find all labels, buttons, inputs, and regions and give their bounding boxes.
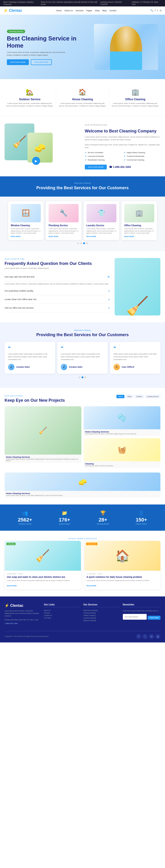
project-item-0: 🧹 Home Cleaning Services Lorem ipsum dol… [5, 406, 81, 470]
top-bar: Best Cleaning Company Industry Forecast … [0, 0, 165, 6]
plumbing-read-more[interactable]: READ MORE [49, 236, 79, 237]
about-list-col2: ✔ Highly Rated Cleaning ✔ Trusted Profes… [124, 151, 160, 162]
project-label-2: Cleaning Lorem ipsum dolor sit amet cons… [84, 461, 160, 468]
nav-pages[interactable]: Pages [86, 9, 92, 12]
card-office-cleaning: 🏢 Office Cleaning Lorem ipsum dolor sit … [121, 201, 157, 240]
testi-dot-2[interactable] [82, 376, 83, 378]
office-cleaning-read-more[interactable]: READ MORE [124, 236, 154, 237]
footer-facebook[interactable]: f [136, 634, 141, 639]
quote-icon-2: ❝ [114, 345, 157, 351]
play-button[interactable]: ▶ [32, 157, 40, 165]
projects-right: 🫧 Home Cleaning Services Lorem ipsum dol… [84, 406, 160, 468]
quote-icon-0: ❝ [8, 345, 51, 351]
blog-img-1: 🏠 House Care [84, 541, 161, 571]
footer-link-2[interactable]: Contact Us [44, 615, 52, 616]
about-desc1: Lorem ipsum dolor sit amet, consectetur … [85, 136, 160, 141]
faq-toggle-2[interactable]: + [108, 298, 110, 301]
nav-services[interactable]: Services [76, 9, 84, 12]
faq-sub: Lorem ipsum dolor sit amet, consectetur … [5, 267, 110, 269]
house-title: House Cleaning [58, 98, 106, 101]
newsletter-email-input[interactable] [123, 614, 147, 620]
top-bar-middle: How To Us | Our Service operations and a… [41, 1, 100, 5]
facebook-icon[interactable]: f [155, 9, 156, 12]
faq-item-3: Visit our office and see services. + [5, 304, 110, 312]
filter-outdoor[interactable]: Outdoor [134, 395, 144, 398]
project-item-2: 🧺 Cleaning Lorem ipsum dolor sit amet co… [84, 438, 160, 468]
hero-image [94, 24, 158, 70]
nav-blog[interactable]: Blog [102, 9, 107, 12]
faq-tag: Our Clients FAQ [5, 258, 110, 260]
footer-link-1[interactable]: Services [44, 612, 50, 614]
footer-instagram[interactable]: ig [155, 634, 160, 639]
blog-cards: 🧹 Cleaning 8 Years 2024 3 mins Use soap … [5, 541, 160, 590]
filter-laundry[interactable]: Laundry Service [145, 395, 160, 398]
window-read-more[interactable]: READ MORE [11, 236, 41, 237]
office-cleaning-img: 🏢 [124, 204, 154, 222]
footer-social: f t in ig [136, 634, 160, 639]
footer-twitter[interactable]: t [142, 634, 148, 639]
about-desc2: Nulla consequat massa quis enim. Donec p… [85, 144, 160, 149]
footer-service-4[interactable]: Window Cleaning [83, 620, 96, 621]
nav-contact[interactable]: Contact [109, 9, 116, 12]
blog-date-1: 27 Jun 2024 [87, 573, 95, 575]
our-services-button[interactable]: OUR SERVICES [31, 59, 52, 65]
project-img-3: 🧽 [5, 472, 160, 491]
check-icon-1: ✔ [85, 151, 87, 154]
dot-1[interactable] [77, 242, 79, 244]
logo[interactable]: ⚡ Clentac [3, 8, 22, 13]
nav-about[interactable]: About Us [65, 9, 73, 12]
footer-newsletter-desc: Subscribe to get all latest news and off… [123, 610, 160, 612]
footer-service-2[interactable]: Garden Cleaning [83, 615, 95, 616]
testimonial-1: ❝ Lorem ipsum dolor amet water consectet… [57, 342, 108, 374]
check-icon-6: ✔ [124, 159, 126, 161]
testimonial-0: ❝ Lorem ipsum dolor amet water consectet… [5, 342, 55, 374]
dot-3[interactable] [83, 242, 85, 244]
house-icon: 🏠 [58, 88, 106, 96]
blog-readmore-0[interactable]: READ MORE [7, 585, 17, 587]
faq-toggle-0[interactable]: ✕ [107, 275, 110, 279]
filter-home[interactable]: Home [116, 395, 124, 398]
awards-label: Winning Award [97, 523, 109, 525]
footer-service-3[interactable]: Laundry Cleaning [83, 617, 96, 619]
teams-label: Expert Teams [136, 523, 147, 525]
dot-2[interactable] [80, 242, 82, 244]
laundry-read-more[interactable]: READ MORE [86, 236, 116, 237]
blog-comments-1: 4 mins [97, 573, 102, 575]
discover-more-about-button[interactable]: DISCOVER MORE [85, 165, 107, 169]
service-outdoor: 🏡 Outdoor Service Lorem ipsum dolor sit … [3, 86, 56, 110]
testi-dot-1[interactable] [79, 376, 80, 378]
newsletter-subscribe-button[interactable]: SUBSCRIBE [148, 616, 160, 620]
project-desc-3: Lorem ipsum dolor sit amet, consectetur … [6, 495, 159, 496]
plumbing-desc: Lorem ipsum dolor sit amet, consectetur … [49, 228, 79, 234]
list-item-residential: ✔ Residential Cleaning [85, 159, 121, 161]
footer-link-3[interactable]: Our Team [44, 617, 51, 619]
nav-home[interactable]: Home [56, 9, 61, 12]
footer-col-links: Our Links About Us Services Contact Us O… [44, 603, 80, 626]
blog-meta-1: 27 Jun 2024 4 mins [87, 573, 158, 575]
footer-service-0[interactable]: Apartment Cleaning [83, 610, 98, 611]
search-icon[interactable]: 🔍 [150, 9, 153, 12]
project-desc-2: Lorem ipsum dolor sit amet consectetur. [85, 465, 159, 467]
faq-toggle-3[interactable]: + [108, 306, 110, 310]
footer-contact-phone[interactable]: 1-888-452-1505 [5, 622, 41, 625]
footer-service-1[interactable]: Leasing Cleaning [83, 612, 96, 614]
clients-number: 2562+ [18, 517, 32, 523]
testimonial-2: ❝ Office ipsum dolor amet water consecte… [110, 342, 160, 374]
footer-link-0[interactable]: About Us [44, 610, 51, 611]
nav-shop[interactable]: Shop [95, 9, 100, 12]
window-img: 🪟 [11, 204, 41, 222]
testi-dot-3[interactable] [85, 376, 86, 378]
linkedin-icon[interactable]: in [160, 9, 162, 12]
filter-office[interactable]: Office [126, 395, 133, 398]
avatar-2: C [114, 364, 120, 370]
footer-copyright: Copyright © 2024 Clentac All Rights Rese… [5, 636, 49, 637]
hero-content: Cleaning Service Best Cleaning Service i… [7, 29, 94, 65]
blog-readmore-1[interactable]: READ MORE [87, 585, 96, 587]
twitter-icon[interactable]: t [157, 9, 158, 12]
discover-more-button[interactable]: DISCOVER MORE [7, 59, 29, 65]
laundry-desc: Lorem ipsum dolor sit amet, consectetur … [86, 228, 116, 234]
footer-services-title: Our Services [83, 603, 119, 607]
dot-4[interactable] [86, 242, 88, 244]
footer-linkedin[interactable]: in [149, 634, 154, 639]
faq-toggle-1[interactable]: + [108, 289, 110, 293]
